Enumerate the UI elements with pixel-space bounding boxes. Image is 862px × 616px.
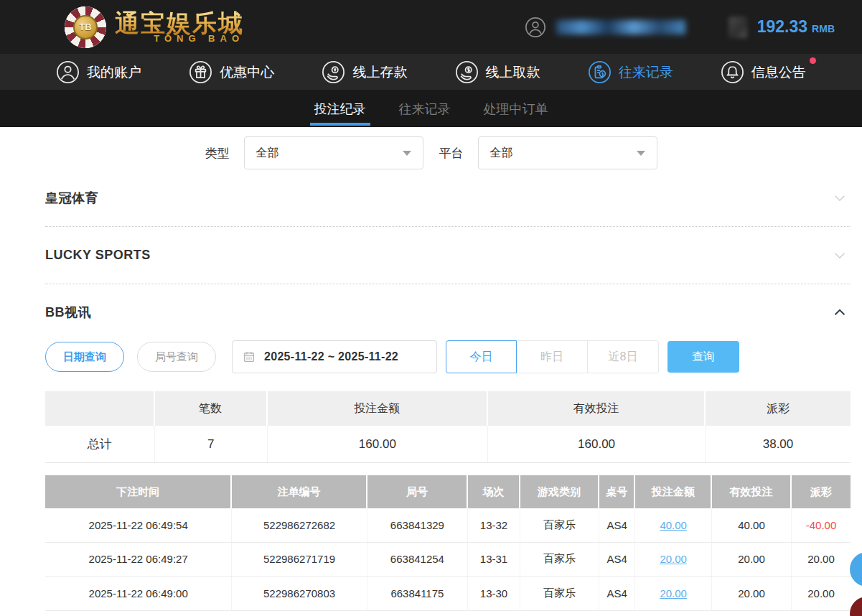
game-type: 百家乐 — [520, 577, 599, 610]
chevron-up-icon — [832, 304, 848, 320]
bet-id: 522986271719 — [232, 543, 367, 577]
main-nav: 我的账户 优惠中心 线上存款 线上取款 — [0, 54, 862, 91]
bet-header-cell: 局号 — [367, 475, 468, 508]
bet-header-cell: 场次 — [468, 475, 520, 508]
nav-item-promotions[interactable]: 优惠中心 — [189, 60, 274, 84]
session: 13-31 — [468, 543, 520, 577]
platform-select-value: 全部 — [490, 146, 513, 161]
bet-header-cell: 游戏类别 — [520, 475, 599, 508]
nav-label: 线上存款 — [352, 63, 407, 82]
section-title: LUCKY SPORTS — [45, 248, 151, 263]
quick-range-group: 今日 昨日 近8日 — [446, 340, 659, 373]
nav-item-deposit[interactable]: 线上存款 — [322, 60, 407, 84]
bet-header-cell: 注单编号 — [232, 475, 367, 508]
tab-bet-records[interactable]: 投注纪录 — [313, 91, 367, 127]
game-type: 百家乐 — [520, 508, 599, 542]
bet-header-cell: 下注时间 — [45, 475, 232, 508]
game-type: 百家乐 — [520, 543, 599, 577]
round-number: 663841329 — [367, 508, 468, 542]
summary-header-row: 笔数 投注金额 有效投注 派彩 — [45, 391, 851, 426]
nav-label: 我的账户 — [87, 63, 141, 82]
payout: -40.00 — [792, 508, 851, 542]
nav-item-my-account[interactable]: 我的账户 — [56, 60, 141, 84]
today-button[interactable]: 今日 — [446, 340, 517, 373]
sub-nav: 投注纪录 往来记录 处理中订单 — [0, 91, 862, 127]
site-logo[interactable]: TB 通宝娱乐城 TONG BAO — [65, 6, 244, 48]
summary-payout: 38.00 — [706, 426, 851, 462]
calendar-icon — [243, 350, 256, 363]
username-redacted[interactable] — [556, 20, 685, 34]
summary-header-cell — [45, 391, 155, 426]
caret-down-icon — [637, 151, 645, 156]
session: 13-32 — [468, 508, 520, 542]
nav-item-withdraw[interactable]: 线上取款 — [455, 60, 540, 84]
top-header: TB 通宝娱乐城 TONG BAO 192.33 RMB — [0, 0, 862, 54]
platform-select[interactable]: 全部 — [478, 136, 657, 169]
type-select[interactable]: 全部 — [244, 136, 423, 169]
account-avatar-icon[interactable] — [525, 17, 546, 38]
chevron-down-icon — [832, 248, 848, 263]
section-title: BB视讯 — [45, 304, 91, 321]
date-range-value: 2025-11-22 ~ 2025-11-22 — [264, 350, 398, 363]
round-number: 663841175 — [367, 577, 468, 610]
last-8-days-button[interactable]: 近8日 — [588, 340, 659, 373]
summary-header-cell: 有效投注 — [488, 391, 706, 426]
bet-amount-link[interactable]: 40.00 — [660, 519, 687, 531]
chevron-down-icon — [832, 190, 848, 206]
summary-total-label: 总计 — [45, 426, 155, 462]
valid-bet: 20.00 — [712, 543, 792, 577]
deposit-icon — [322, 60, 345, 84]
date-query-button[interactable]: 日期查询 — [45, 342, 124, 372]
table-number: AS4 — [599, 508, 635, 542]
tab-pending-orders[interactable]: 处理中订单 — [482, 91, 550, 127]
type-filter-label: 类型 — [205, 145, 230, 162]
round-query-button[interactable]: 局号查询 — [137, 342, 216, 372]
nav-item-transaction-records[interactable]: 往来记录 — [588, 60, 673, 84]
tab-transaction-records[interactable]: 往来记录 — [398, 91, 452, 127]
section-lucky-sports[interactable]: LUCKY SPORTS — [45, 227, 851, 284]
search-button[interactable]: 查询 — [667, 341, 739, 373]
yesterday-button[interactable]: 昨日 — [517, 340, 588, 373]
wallet-icon-redacted[interactable] — [729, 17, 747, 38]
balance-amount: 192.33 — [757, 17, 807, 37]
bet-header-cell: 有效投注 — [712, 475, 792, 508]
summary-header-cell: 笔数 — [155, 391, 268, 426]
payout: 20.00 — [792, 543, 851, 577]
date-range-input[interactable]: 2025-11-22 ~ 2025-11-22 — [232, 340, 437, 373]
nav-label: 信息公告 — [751, 63, 806, 82]
summary-bet-amount: 160.00 — [268, 426, 488, 462]
bet-id: 522986270803 — [232, 577, 367, 610]
summary-total-row: 总计 7 160.00 160.00 38.00 — [45, 426, 851, 463]
bet-amount-link[interactable]: 20.00 — [660, 553, 687, 565]
table-row: 2025-11-22 06:49:54 522986272682 6638413… — [45, 508, 851, 543]
summary-count: 7 — [155, 426, 268, 462]
round-number: 663841254 — [367, 543, 468, 577]
bet-time: 2025-11-22 06:49:27 — [45, 543, 232, 577]
table-number: AS4 — [599, 577, 635, 610]
section-crown-sports[interactable]: 皇冠体育 — [45, 169, 851, 227]
nav-label: 优惠中心 — [220, 63, 274, 82]
bet-time: 2025-11-22 06:49:00 — [45, 577, 232, 610]
notification-dot — [810, 57, 816, 64]
bet-header-cell: 桌号 — [599, 475, 635, 508]
bet-header-cell: 派彩 — [792, 475, 851, 508]
nav-label: 线上取款 — [486, 63, 540, 82]
bet-time: 2025-11-22 06:49:54 — [45, 508, 232, 542]
user-icon — [56, 60, 80, 84]
bet-amount-link[interactable]: 20.00 — [660, 587, 687, 599]
summary-header-cell: 投注金额 — [268, 391, 488, 426]
section-bb-live[interactable]: BB视讯 — [45, 284, 851, 340]
table-row: 2025-11-22 06:49:00 522986270803 6638411… — [45, 577, 851, 611]
caret-down-icon — [403, 151, 411, 156]
summary-valid-bet: 160.00 — [488, 426, 706, 462]
bet-table-header-row: 下注时间 注单编号 局号 场次 游戏类别 桌号 投注金额 有效投注 派彩 — [45, 475, 851, 508]
nav-item-announcements[interactable]: 信息公告 — [721, 60, 806, 84]
nav-label: 往来记录 — [619, 63, 673, 82]
type-select-value: 全部 — [256, 146, 279, 161]
balance-currency: RMB — [812, 23, 835, 34]
site-title: 通宝娱乐城 — [115, 11, 244, 35]
withdraw-icon — [455, 60, 479, 84]
balance[interactable]: 192.33 RMB — [757, 17, 835, 37]
payout: 20.00 — [792, 577, 851, 610]
poker-chip-icon: TB — [65, 6, 106, 48]
